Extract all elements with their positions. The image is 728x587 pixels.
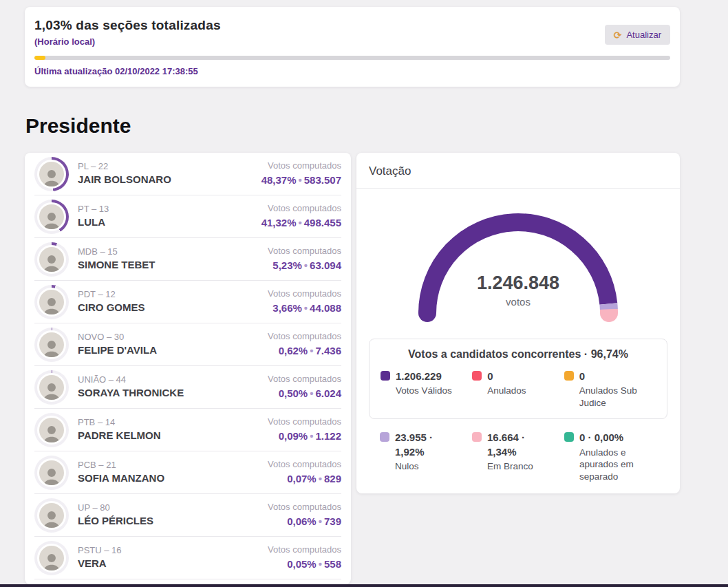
- candidate-list: PL – 22 JAIR BOLSONARO Votos computados …: [25, 153, 351, 579]
- content-columns: PL – 22 JAIR BOLSONARO Votos computados …: [25, 153, 680, 584]
- candidate-percent: 0,07%: [287, 473, 317, 484]
- legend-color-swatch: [564, 371, 574, 381]
- person-icon: [40, 465, 63, 487]
- legend-item: 1.206.229 Votos Válidos: [381, 370, 472, 409]
- candidate-percent: 0,62%: [279, 345, 308, 356]
- person-icon: [40, 294, 63, 317]
- bullet-separator: •: [308, 345, 315, 356]
- candidate-votes: Votos computados 0,05%•558: [268, 544, 341, 570]
- candidate-party: PTB – 14: [78, 417, 161, 428]
- candidate-row: MDB – 15 SIMONE TEBET Votos computados 5…: [34, 238, 341, 281]
- candidate-row: PSTU – 16 VERA Votos computados 0,05%•55…: [34, 537, 341, 579]
- candidate-votes: Votos computados 0,50%•6.024: [268, 374, 341, 400]
- votes-numbers: 3,66%•44.088: [268, 301, 341, 315]
- totalization-progress-fill: [34, 56, 45, 60]
- bullet-separator: •: [308, 387, 315, 399]
- candidate-row: UP – 80 LÉO PÉRICLES Votos computados 0,…: [34, 494, 341, 537]
- legend-value: 23.955 · 1,92%: [395, 431, 461, 459]
- legend-item-top: 0 · 0,00%: [564, 431, 650, 445]
- candidate-info: PTB – 14 PADRE KELMON: [78, 417, 161, 442]
- candidate-party: PT – 13: [78, 204, 109, 215]
- candidate-votes: Votos computados 0,06%•739: [268, 502, 341, 528]
- totalization-card: 1,03% das seções totalizadas (Horário lo…: [25, 7, 680, 87]
- votes-computed-label: Votos computados: [268, 288, 341, 300]
- candidate-vote-count: 498.455: [304, 217, 341, 228]
- legend-item: 0 · 0,00% Anulados e apurados em separad…: [564, 431, 656, 482]
- candidate-info: MDB – 15 SIMONE TEBET: [78, 246, 156, 272]
- candidate-name: LÉO PÉRICLES: [78, 515, 153, 528]
- candidate-row: PL – 22 JAIR BOLSONARO Votos computados …: [34, 153, 341, 195]
- candidate-name: FELIPE D'AVILA: [78, 344, 157, 357]
- candidate-info: PL – 22 JAIR BOLSONARO: [78, 161, 171, 186]
- legend-value: 16.664 · 1,34%: [487, 431, 553, 459]
- legend-item: 23.955 · 1,92% Nulos: [380, 431, 472, 482]
- candidate-percent-ring: [34, 328, 69, 362]
- candidate-name: CIRO GOMES: [78, 301, 145, 314]
- candidate-info: PT – 13 LULA: [78, 204, 109, 229]
- legend-label: Nulos: [395, 460, 465, 473]
- candidate-percent: 48,37%: [261, 174, 297, 186]
- candidate-party: PL – 22: [78, 161, 171, 172]
- legend-label: Anulados: [487, 385, 557, 397]
- candidate-percent-ring: [34, 200, 69, 234]
- bullet-separator: •: [308, 430, 315, 442]
- candidate-vote-count: 7.436: [315, 345, 341, 356]
- legend-value: 0: [579, 370, 585, 383]
- legend-color-swatch: [472, 371, 482, 381]
- candidate-percent-ring: [34, 413, 69, 447]
- candidate-votes: Votos computados 41,32%•498.455: [261, 203, 341, 229]
- total-votes-value: 1.246.848: [367, 273, 670, 294]
- candidate-photo: [37, 416, 66, 445]
- candidate-votes: Votos computados 0,62%•7.436: [268, 331, 341, 357]
- page-title: Presidente: [25, 114, 131, 138]
- candidate-photo: [37, 544, 66, 573]
- candidate-percent: 0,09%: [279, 430, 308, 442]
- candidate-vote-count: 44.088: [310, 302, 341, 314]
- candidate-party: UNIÃO – 44: [78, 374, 184, 385]
- candidate-name: LULA: [78, 216, 109, 229]
- footer-bar: [0, 584, 728, 587]
- refresh-button[interactable]: ⟳ Atualizar: [605, 25, 670, 45]
- legend-value: 0 · 0,00%: [579, 431, 623, 445]
- candidate-photo: [37, 202, 66, 231]
- legend-item-top: 23.955 · 1,92%: [380, 431, 465, 459]
- candidate-party: MDB – 15: [78, 246, 156, 257]
- candidate-row: PTB – 14 PADRE KELMON Votos computados 0…: [34, 409, 341, 451]
- votes-numbers: 0,06%•739: [268, 515, 341, 529]
- candidate-row: UNIÃO – 44 SORAYA THRONICKE Votos comput…: [34, 366, 341, 409]
- candidate-photo: [37, 458, 66, 487]
- bullet-separator: •: [302, 259, 310, 271]
- candidate-name: SORAYA THRONICKE: [78, 387, 184, 400]
- votes-numbers: 0,09%•1.122: [268, 429, 341, 443]
- candidate-list-card: PL – 22 JAIR BOLSONARO Votos computados …: [25, 153, 351, 584]
- candidate-vote-count: 583.507: [304, 174, 341, 186]
- candidate-vote-count: 1.122: [315, 430, 341, 442]
- candidate-vote-count: 6.024: [315, 387, 341, 399]
- candidate-info: PSTU – 16 VERA: [78, 545, 122, 570]
- candidate-vote-count: 739: [324, 515, 341, 527]
- legend-label: Votos Válidos: [396, 385, 465, 397]
- candidate-photo: [37, 288, 66, 317]
- candidate-votes: Votos computados 48,37%•583.507: [261, 160, 341, 186]
- totalization-progress-bar: [34, 56, 670, 60]
- candidate-percent: 0,06%: [287, 515, 317, 527]
- votes-computed-label: Votos computados: [268, 459, 341, 471]
- candidate-name: PADRE KELMON: [78, 429, 161, 442]
- candidate-percent: 41,32%: [261, 217, 297, 228]
- votes-numbers: 5,23%•63.094: [268, 259, 341, 273]
- votes-numbers: 41,32%•498.455: [261, 216, 341, 230]
- candidate-votes: Votos computados 3,66%•44.088: [268, 288, 341, 314]
- votes-computed-label: Votos computados: [261, 203, 341, 215]
- legend-row-bottom: 23.955 · 1,92% Nulos 16.664 · 1,34% Em B…: [380, 431, 656, 482]
- votes-computed-label: Votos computados: [268, 246, 341, 257]
- candidate-percent-ring: [34, 370, 69, 405]
- votes-computed-label: Votos computados: [261, 160, 341, 172]
- candidate-photo: [37, 373, 66, 402]
- person-icon: [40, 379, 63, 402]
- candidate-vote-count: 63.094: [310, 259, 341, 271]
- legend-value: 1.206.229: [396, 370, 442, 383]
- votacao-card: Votação 1.246.848 votos Votos a candidat…: [356, 153, 680, 493]
- gauge-center: 1.246.848 votos: [367, 273, 670, 308]
- candidate-party: PDT – 12: [78, 289, 145, 300]
- person-icon: [40, 337, 63, 359]
